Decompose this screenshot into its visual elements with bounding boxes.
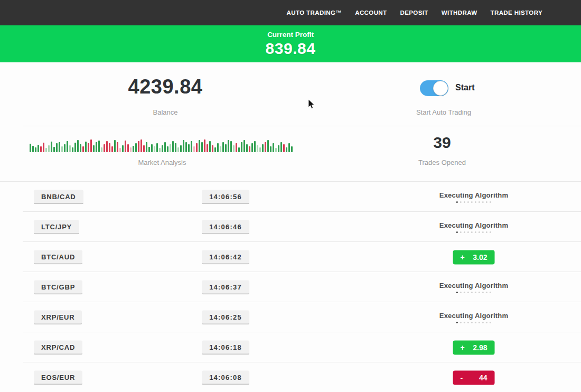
time-chip: 14:06:42 [202, 250, 249, 264]
current-profit-value: 839.84 [266, 40, 316, 58]
auto-trading-toggle[interactable] [420, 80, 448, 96]
chart-bar [246, 144, 248, 152]
chart-bar [167, 146, 168, 152]
status-executing: Executing Algorithm [439, 191, 508, 203]
chart-bar [98, 141, 100, 152]
chart-bar [170, 144, 171, 152]
time-chip: 14:06:08 [202, 370, 249, 385]
badge-amount: 2.98 [473, 343, 487, 352]
chart-bar [225, 144, 227, 152]
chart-bar [259, 147, 261, 152]
chart-bar [273, 143, 274, 152]
chart-bar [48, 145, 50, 152]
chart-bar [90, 139, 92, 152]
pair-chip: XRP/CAD [34, 340, 82, 354]
badge-amount: 44 [479, 374, 488, 382]
chart-bar [30, 144, 31, 152]
badge-sign: - [461, 374, 463, 382]
current-profit-banner: Current Profit 839.84 [0, 25, 581, 62]
trade-row: BTC/AUD 14:06:42 + 3.02 [0, 242, 581, 272]
time-chip: 14:06:56 [202, 190, 249, 204]
trade-row: XRP/CAD 14:06:18 + 2.98 [0, 332, 581, 362]
chart-bar [38, 145, 39, 152]
time-chip: 14:06:18 [202, 340, 249, 354]
chart-bar [32, 146, 34, 152]
auto-trading-page: AUTO TRADING™ ACCOUNT DEPOSIT WITHDRAW T… [0, 0, 581, 392]
chart-bar [238, 147, 240, 152]
chart-bar [104, 144, 105, 152]
chart-bar [96, 142, 97, 152]
progress-dots [439, 201, 508, 203]
toggle-knob[interactable] [433, 81, 448, 96]
progress-dots [439, 231, 508, 233]
pair-chip: LTC/JPY [34, 220, 79, 234]
chart-bar [207, 144, 208, 152]
chart-bar [164, 142, 166, 152]
chart-bar [209, 141, 211, 152]
chart-bar [138, 141, 139, 152]
chart-bar [196, 143, 198, 152]
mouse-cursor [308, 99, 315, 110]
chart-bar [56, 143, 58, 152]
chart-bar [254, 141, 256, 152]
chart-bar [286, 147, 287, 152]
chart-bar [130, 147, 132, 152]
chart-bar [212, 145, 213, 152]
time-chip: 14:06:37 [202, 280, 249, 294]
chart-bar [101, 147, 102, 152]
chart-bar [106, 141, 108, 152]
toggle-start-label: Start [455, 83, 474, 92]
chart-bar [154, 146, 155, 152]
start-auto-trading-caption: Start Auto Trading [338, 108, 549, 116]
status-executing: Executing Algorithm [439, 221, 508, 233]
trade-row: BTC/GBP 14:06:37 Executing Algorithm [0, 272, 581, 302]
result-badge: + 2.98 [453, 340, 495, 354]
chart-bar [88, 143, 89, 152]
pair-chip: XRP/EUR [34, 310, 82, 324]
badge-sign: + [461, 343, 465, 352]
market-analysis-chart [30, 137, 297, 152]
chart-bar [183, 140, 184, 152]
chart-bar [119, 148, 121, 152]
chart-bar [193, 146, 195, 152]
chart-bar [93, 145, 95, 152]
nav-item-auto-trading[interactable]: AUTO TRADING™ [287, 10, 342, 16]
balance-value: 4239.84 [60, 76, 271, 98]
chart-bar [177, 147, 179, 152]
trades-opened-label: Trades Opened [336, 158, 548, 166]
status-label: Executing Algorithm [439, 312, 508, 320]
chart-bar [82, 146, 84, 152]
chart-bar [257, 145, 258, 152]
chart-bar [125, 141, 126, 152]
nav-item-account[interactable]: ACCOUNT [355, 10, 387, 16]
status-executing: Executing Algorithm [439, 312, 508, 323]
pair-chip: BTC/GBP [34, 280, 82, 294]
chart-bar [77, 140, 79, 152]
status-executing: Executing Algorithm [439, 282, 508, 293]
chart-bar [214, 147, 216, 152]
chart-bar [222, 142, 224, 152]
chart-bar [199, 140, 200, 152]
chart-bar [64, 144, 65, 152]
chart-bar [35, 147, 36, 152]
status-label: Executing Algorithm [439, 191, 508, 199]
trade-row: BNB/CAD 14:06:56 Executing Algorithm [0, 182, 581, 212]
chart-bar [146, 142, 147, 152]
chart-bar [114, 140, 116, 152]
chart-bar [180, 145, 182, 152]
nav-item-deposit[interactable]: DEPOSIT [400, 10, 428, 16]
nav-item-trade-history[interactable]: TRADE HISTORY [491, 10, 543, 16]
chart-bar [201, 142, 203, 152]
trades-list: BNB/CAD 14:06:56 Executing Algorithm LTC… [0, 181, 581, 392]
chart-bar [233, 145, 235, 152]
chart-bar [109, 143, 110, 152]
chart-bar [162, 145, 163, 152]
nav-item-withdraw[interactable]: WITHDRAW [442, 10, 477, 16]
result-badge: - 44 [453, 370, 495, 385]
chart-bar [148, 147, 150, 152]
trade-row: EOS/EUR 14:06:08 - 44 [0, 362, 581, 392]
chart-bar [230, 141, 232, 152]
chart-bar [43, 143, 44, 152]
chart-bar [265, 142, 266, 152]
chart-bar [270, 146, 271, 152]
